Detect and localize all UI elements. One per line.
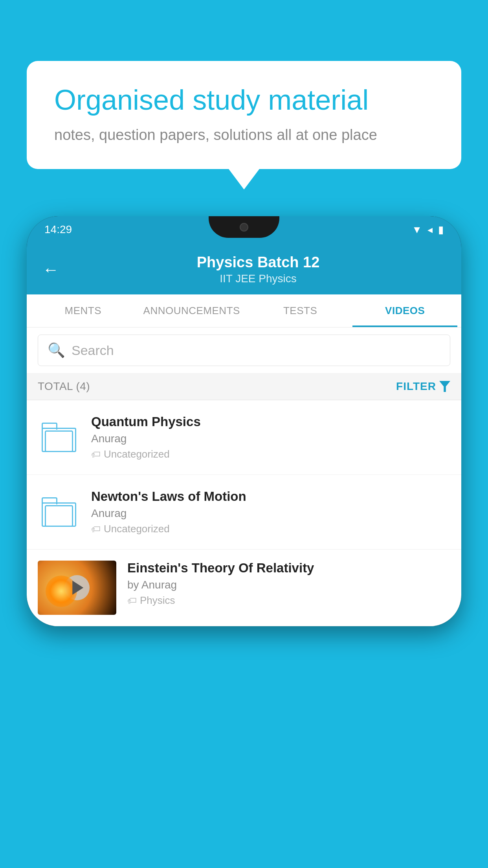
video-list: Quantum Physics Anurag 🏷 Uncategorized: [27, 400, 461, 626]
phone-device: 14:29 ▼ ◂ ▮ ← Physics Batch 12 IIT JEE P…: [27, 216, 461, 626]
bubble-subtitle: notes, question papers, solutions all at…: [54, 127, 434, 143]
tabs-bar: MENTS ANNOUNCEMENTS TESTS VIDEOS: [27, 294, 461, 327]
header-title-area: Physics Batch 12 IIT JEE Physics: [71, 254, 446, 285]
bubble-title: Organised study material: [54, 85, 434, 116]
video-thumbnail-3: [38, 561, 116, 615]
tag-label-2: Uncategorized: [104, 523, 170, 535]
search-placeholder: Search: [72, 343, 114, 358]
einstein-author: by Anurag: [127, 579, 450, 591]
camera: [240, 223, 248, 232]
video-info-1: Quantum Physics Anurag 🏷 Uncategorized: [91, 414, 450, 460]
video-tag-1: 🏷 Uncategorized: [91, 448, 450, 460]
tag-icon: 🏷: [91, 449, 101, 460]
video-tag-2: 🏷 Uncategorized: [91, 523, 450, 535]
tab-videos[interactable]: VIDEOS: [352, 294, 457, 327]
batch-title: Physics Batch 12: [71, 254, 446, 271]
video-title-1: Quantum Physics: [91, 414, 450, 429]
tab-announcements[interactable]: ANNOUNCEMENTS: [136, 294, 248, 327]
notch: [209, 216, 279, 238]
status-time: 14:29: [44, 223, 72, 236]
speech-bubble: Organised study material notes, question…: [27, 61, 461, 169]
video-author-1: Anurag: [91, 432, 450, 445]
status-icons: ▼ ◂ ▮: [412, 224, 444, 236]
folder-tab: [42, 497, 57, 504]
play-icon: [72, 581, 83, 595]
search-area: 🔍 Search: [27, 327, 461, 373]
folder-thumbnail-2: [38, 491, 80, 533]
folder-tab: [42, 423, 57, 430]
batch-subtitle: IIT JEE Physics: [71, 272, 446, 285]
signal-icon: ◂: [427, 224, 433, 236]
folder-front: [45, 430, 73, 452]
filter-button[interactable]: FILTER: [396, 380, 450, 393]
einstein-title: Einstein's Theory Of Relativity: [127, 561, 450, 576]
back-button[interactable]: ←: [42, 261, 59, 278]
total-count: TOTAL (4): [38, 380, 90, 393]
search-icon: 🔍: [48, 342, 65, 359]
einstein-tag: 🏷 Physics: [127, 594, 450, 607]
einstein-info: Einstein's Theory Of Relativity by Anura…: [127, 561, 450, 607]
tag-icon: 🏷: [91, 524, 101, 535]
folder-icon: [42, 423, 76, 452]
einstein-tag-label: Physics: [140, 594, 175, 607]
folder-front: [45, 505, 73, 527]
battery-icon: ▮: [438, 224, 444, 236]
folder-thumbnail-1: [38, 416, 80, 459]
status-bar: 14:29 ▼ ◂ ▮: [27, 216, 461, 243]
wifi-icon: ▼: [412, 224, 422, 236]
phone-wrapper: 14:29 ▼ ◂ ▮ ← Physics Batch 12 IIT JEE P…: [27, 216, 461, 868]
filter-label: FILTER: [396, 380, 436, 393]
video-title-2: Newton's Laws of Motion: [91, 489, 450, 504]
tab-tests[interactable]: TESTS: [248, 294, 353, 327]
list-item[interactable]: Newton's Laws of Motion Anurag 🏷 Uncateg…: [27, 475, 461, 550]
tab-ments[interactable]: MENTS: [31, 294, 136, 327]
video-info-2: Newton's Laws of Motion Anurag 🏷 Uncateg…: [91, 489, 450, 535]
app-header: ← Physics Batch 12 IIT JEE Physics: [27, 243, 461, 294]
folder-icon: [42, 497, 76, 527]
tag-label-1: Uncategorized: [104, 448, 170, 460]
list-item[interactable]: Einstein's Theory Of Relativity by Anura…: [27, 550, 461, 626]
search-input-wrapper[interactable]: 🔍 Search: [38, 335, 450, 366]
filter-bar: TOTAL (4) FILTER: [27, 373, 461, 400]
filter-funnel-icon: [439, 381, 450, 392]
tag-icon: 🏷: [127, 595, 137, 606]
list-item[interactable]: Quantum Physics Anurag 🏷 Uncategorized: [27, 400, 461, 475]
video-author-2: Anurag: [91, 507, 450, 520]
speech-bubble-container: Organised study material notes, question…: [27, 61, 461, 169]
